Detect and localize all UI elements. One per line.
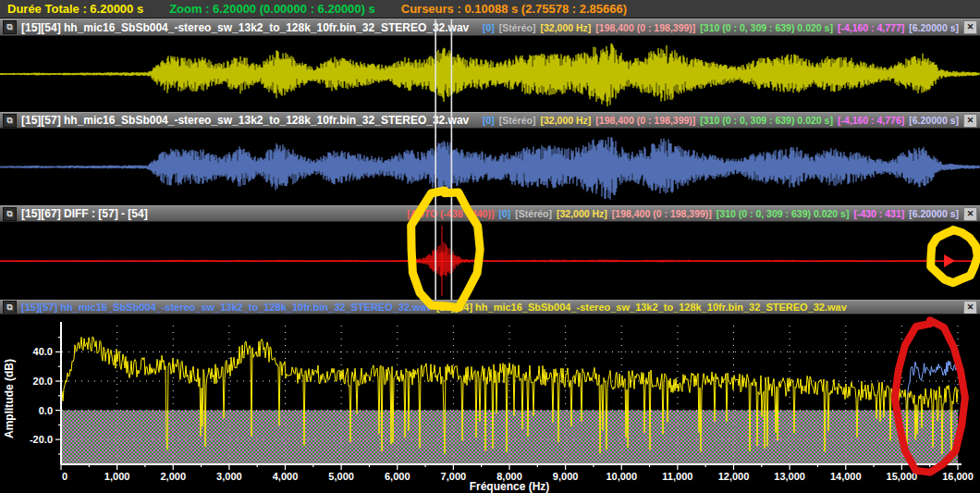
track-info-badge: [-430 : 431] bbox=[853, 208, 904, 219]
track-info-badge: [198,400 (0 : 198,399)] bbox=[612, 208, 712, 219]
track-info-badge: [6.20000 s] bbox=[909, 22, 959, 33]
track-menu-icon[interactable]: ⧉ bbox=[3, 114, 17, 128]
x-tick-label: 7,000 bbox=[441, 471, 467, 482]
spectrum-file-yellow: [15][54] hh_mic16_SbSb004_-stereo_sw_13k… bbox=[436, 302, 847, 313]
track-info-badge: [310 (0 : 0, 309 : 639) 0.020 s] bbox=[717, 208, 850, 219]
track-info-badge: [0] bbox=[498, 208, 510, 219]
close-icon[interactable]: ✕ bbox=[963, 301, 977, 314]
track-info-badge: [310 (0 : 0, 309 : 639) 0.020 s] bbox=[700, 22, 833, 33]
y-tick-label: 0.0 bbox=[39, 405, 53, 416]
track-info-badge: [198,400 (0 : 198,399)] bbox=[595, 115, 695, 126]
y-tick-label: -20.0 bbox=[30, 434, 53, 445]
x-tick-label: 12,000 bbox=[718, 471, 750, 482]
cursors-label: Curseurs : 0.10088 s (2.75578 : 2.85666) bbox=[401, 2, 627, 16]
track-info-badge: [6.20000 s] bbox=[909, 115, 959, 126]
track-title: [15][57] hh_mic16_SbSb004_-stereo_sw_13k… bbox=[21, 114, 469, 127]
x-tick-label: 13,000 bbox=[774, 471, 805, 482]
track-info-badge: [Stéréo] bbox=[515, 208, 552, 219]
track-info-badge: [0] bbox=[483, 115, 495, 126]
x-tick-label: 4,000 bbox=[273, 471, 299, 482]
track-info-badge: [Stéréo] bbox=[499, 115, 536, 126]
track-menu-icon[interactable]: ⧉ bbox=[3, 207, 17, 221]
waveform-svg-1 bbox=[0, 36, 980, 112]
x-tick-label: 6,000 bbox=[385, 471, 410, 482]
close-icon[interactable]: ✕ bbox=[963, 114, 977, 128]
close-icon[interactable]: ✕ bbox=[963, 207, 977, 221]
track-title: [15][67] DIFF : [57] - [54] bbox=[21, 207, 148, 220]
x-tick-label: 14,000 bbox=[830, 471, 862, 482]
track-info-badge: [198,400 (0 : 198,399)] bbox=[595, 22, 695, 33]
x-tick-label: 2,000 bbox=[160, 471, 186, 482]
track-title: [15][54] hh_mic16_SbSb004_-stereo_sw_13k… bbox=[21, 21, 469, 34]
total-duration-label: Durée Totale : 6.20000 s bbox=[7, 2, 143, 16]
x-axis-title: Fréquence (Hz) bbox=[470, 480, 550, 493]
x-tick-label: 15,000 bbox=[887, 471, 918, 482]
track-info-badge: [6.20000 s] bbox=[909, 208, 959, 219]
spectrum-menu-icon[interactable]: ⧉ bbox=[3, 301, 17, 314]
y-tick-label: 40.0 bbox=[33, 346, 53, 357]
spectrum-chart-svg: 40.020.00.0-20.001,0002,0003,0004,0005,0… bbox=[0, 314, 980, 493]
zoom-range-label: Zoom : 6.20000 (0.00000 : 6.20000) s bbox=[169, 2, 375, 16]
waveform-track-2[interactable] bbox=[0, 129, 980, 205]
track-header[interactable]: ⧉[15][67] DIFF : [57] - [54][AUTO (-438 … bbox=[0, 205, 980, 222]
close-icon[interactable]: ✕ bbox=[963, 20, 977, 34]
track-header[interactable]: ⧉[15][54] hh_mic16_SbSb004_-stereo_sw_13… bbox=[0, 18, 980, 36]
x-tick-label: 0 bbox=[62, 471, 67, 482]
waveform-svg-3 bbox=[0, 222, 980, 300]
x-tick-label: 16,000 bbox=[942, 471, 974, 482]
track-info-badge: [-4,160 : 4,777] bbox=[838, 22, 904, 33]
waveform-track-3[interactable] bbox=[0, 222, 980, 300]
y-axis-title: Amplitude (dB) bbox=[3, 359, 16, 438]
audio-analyzer-window: Durée Totale : 6.20000 s Zoom : 6.20000 … bbox=[0, 0, 980, 493]
track-info-badge: [310 (0 : 0, 309 : 639) 0.020 s] bbox=[700, 115, 833, 126]
track-info-badge: [32,000 Hz] bbox=[540, 22, 591, 33]
diff-playhead-triangle-icon bbox=[944, 254, 955, 267]
waveform-svg-2 bbox=[0, 129, 980, 205]
x-tick-label: 1,000 bbox=[104, 471, 130, 482]
spectrum-header[interactable]: ⧉ [15][57] hh_mic16_SbSb004_-stereo_sw_1… bbox=[0, 300, 980, 314]
track-info-badge: [-4,160 : 4,776] bbox=[838, 115, 904, 126]
x-tick-label: 9,000 bbox=[553, 471, 579, 482]
x-tick-label: 3,000 bbox=[216, 471, 242, 482]
x-tick-label: 11,000 bbox=[662, 471, 692, 482]
track-header[interactable]: ⧉[15][57] hh_mic16_SbSb004_-stereo_sw_13… bbox=[0, 112, 980, 129]
track-info-badge: [32,000 Hz] bbox=[557, 208, 607, 219]
track-menu-icon[interactable]: ⧉ bbox=[3, 20, 17, 34]
spectrum-plot[interactable]: 40.020.00.0-20.001,0002,0003,0004,0005,0… bbox=[0, 314, 980, 493]
y-tick-label: 20.0 bbox=[33, 376, 53, 387]
waveform-track-1[interactable] bbox=[0, 36, 980, 112]
track-info-badge: [0] bbox=[483, 22, 495, 33]
track-info-badge: [Stéréo] bbox=[499, 22, 536, 33]
x-tick-label: 10,000 bbox=[606, 471, 637, 482]
track-info-badge: [AUTO (-438 : 440)] bbox=[407, 208, 494, 219]
x-tick-label: 5,000 bbox=[328, 471, 354, 482]
status-bar: Durée Totale : 6.20000 s Zoom : 6.20000 … bbox=[0, 0, 980, 18]
spectrum-file-blue: [15][57] hh_mic16_SbSb004_-stereo_sw_13k… bbox=[21, 302, 432, 313]
track-info-badge: [32,000 Hz] bbox=[540, 115, 591, 126]
